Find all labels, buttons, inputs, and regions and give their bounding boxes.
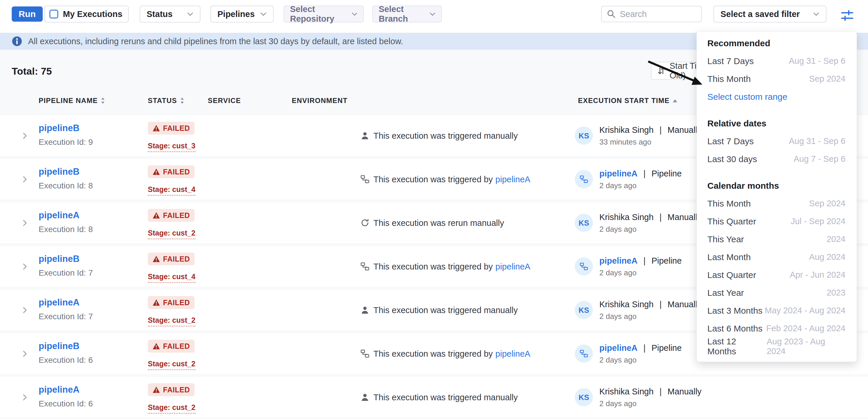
menu-item[interactable]: Last Year 2023 bbox=[707, 284, 845, 302]
pipeline-name-link[interactable]: pipelineA bbox=[39, 210, 80, 221]
trigger-info: This execution was triggered by pipeline… bbox=[361, 262, 530, 271]
warning-icon bbox=[152, 168, 160, 175]
expand-chevron-icon[interactable] bbox=[21, 263, 29, 270]
column-header-execution-start-time[interactable]: EXECUTION START TIME bbox=[578, 97, 678, 105]
menu-item[interactable]: Last 7 Days Aug 31 - Sep 6 bbox=[707, 52, 845, 70]
menu-item[interactable]: Last 3 Months May 2024 - Aug 2024 bbox=[707, 302, 845, 320]
failed-stage-link[interactable]: Stage: cust_3 bbox=[148, 141, 195, 152]
trigger-pipeline-link[interactable]: pipelineA bbox=[495, 262, 530, 271]
column-header-status[interactable]: STATUS bbox=[148, 97, 184, 105]
menu-item[interactable]: This Month Sep 2024 bbox=[707, 195, 845, 213]
trigger-info: This execution was triggered manually bbox=[361, 131, 518, 140]
pipeline-name-link[interactable]: pipelineB bbox=[39, 341, 80, 351]
failed-stage-link[interactable]: Stage: cust_2 bbox=[148, 360, 195, 370]
divider: | bbox=[641, 168, 648, 178]
select-repository-dropdown[interactable]: Select Repository bbox=[284, 6, 364, 23]
sort-both-icon[interactable] bbox=[180, 97, 184, 104]
failed-stage-link[interactable]: Stage: cust_2 bbox=[148, 229, 195, 239]
status-filter-dropdown[interactable]: Status bbox=[140, 6, 200, 23]
menu-item[interactable]: This Month Sep 2024 bbox=[707, 70, 845, 88]
menu-item-value: Aug 2023 - Aug 2024 bbox=[767, 337, 845, 356]
avatar: KS bbox=[575, 301, 593, 319]
menu-item-label: Last Year bbox=[707, 288, 744, 298]
expand-chevron-icon[interactable] bbox=[21, 393, 29, 401]
trigger-text: This execution was triggered manually bbox=[373, 131, 518, 140]
menu-item-label: This Month bbox=[707, 199, 751, 208]
chevron-down-icon bbox=[813, 12, 819, 16]
menu-item-value: Aug 7 - Sep 6 bbox=[794, 154, 845, 164]
trigger-info: This execution was triggered by pipeline… bbox=[361, 174, 530, 184]
menu-item-value: Aug 2024 bbox=[809, 252, 845, 262]
menu-section-header: Relative dates bbox=[707, 115, 845, 132]
search-input[interactable]: Search bbox=[601, 6, 702, 22]
execution-start-cell: KS Krishika Singh | Manually 2 days ago bbox=[575, 299, 702, 321]
execution-start-cell: KS Krishika Singh | Manually 2 days ago bbox=[575, 212, 702, 233]
warning-icon bbox=[152, 386, 160, 393]
warning-icon bbox=[152, 343, 160, 350]
status-badge: FAILED bbox=[148, 253, 195, 265]
pipeline-name-link[interactable]: pipelineA bbox=[39, 384, 80, 395]
select-custom-range-link[interactable]: Select custom range bbox=[707, 88, 845, 106]
expand-chevron-icon[interactable] bbox=[21, 175, 29, 183]
my-executions-toggle[interactable]: My Executions bbox=[44, 6, 129, 23]
column-header-pipeline-name[interactable]: PIPELINE NAME bbox=[39, 97, 105, 105]
table-row[interactable]: pipelineA Execution Id: 6 FAILED Stage: … bbox=[0, 377, 868, 418]
status-filter-label: Status bbox=[147, 9, 173, 19]
filter-settings-button[interactable] bbox=[840, 9, 854, 22]
search-placeholder: Search bbox=[620, 9, 647, 19]
sort-ascending-icon[interactable] bbox=[673, 99, 678, 103]
expand-chevron-icon[interactable] bbox=[21, 307, 29, 314]
menu-item-value: 2023 bbox=[827, 288, 845, 297]
pipeline-name-link[interactable]: pipelineB bbox=[39, 254, 80, 264]
menu-item[interactable]: Last Quarter Apr - Jun 2024 bbox=[707, 266, 845, 284]
sort-both-icon[interactable] bbox=[101, 97, 105, 104]
menu-item-label: Last Quarter bbox=[707, 270, 756, 280]
expand-chevron-icon[interactable] bbox=[21, 350, 29, 358]
execution-id: Execution Id: 7 bbox=[39, 268, 93, 278]
execution-start-cell: pipelineA | Pipeline 2 days ago bbox=[575, 256, 682, 277]
menu-item[interactable]: Last 7 Days Aug 31 - Sep 6 bbox=[707, 132, 845, 150]
trigger-pipeline-link[interactable]: pipelineA bbox=[495, 349, 530, 358]
trigger-pipeline-link[interactable]: pipelineA bbox=[495, 174, 530, 184]
pipelines-filter-dropdown[interactable]: Pipelines bbox=[210, 6, 274, 23]
actor-role: Pipeline bbox=[651, 343, 682, 352]
actor-name[interactable]: pipelineA bbox=[599, 343, 638, 352]
menu-item[interactable]: This Quarter Jul - Sep 2024 bbox=[707, 213, 845, 230]
trigger-text: This execution was triggered by bbox=[373, 262, 493, 271]
my-executions-checkbox[interactable] bbox=[50, 10, 58, 19]
pipeline-name-link[interactable]: pipelineB bbox=[39, 166, 80, 177]
menu-item-label: Last 7 Days bbox=[707, 136, 753, 146]
expand-chevron-icon[interactable] bbox=[21, 132, 29, 139]
pipeline-trigger-icon bbox=[361, 262, 369, 271]
failed-stage-link[interactable]: Stage: cust_2 bbox=[148, 316, 195, 326]
menu-item[interactable]: Last 6 Months Feb 2024 - Aug 2024 bbox=[707, 320, 845, 337]
execution-id: Execution Id: 6 bbox=[39, 355, 93, 365]
run-button[interactable]: Run bbox=[12, 6, 43, 22]
execution-time: 2 days ago bbox=[599, 268, 682, 277]
info-icon bbox=[12, 36, 22, 46]
info-banner-text: All executions, including reruns and chi… bbox=[28, 37, 403, 46]
pipeline-name-link[interactable]: pipelineB bbox=[39, 123, 80, 133]
actor-name[interactable]: pipelineA bbox=[599, 256, 638, 265]
execution-time: 2 days ago bbox=[599, 399, 702, 408]
saved-filter-dropdown[interactable]: Select a saved filter bbox=[713, 6, 827, 23]
divider: | bbox=[657, 125, 664, 134]
menu-item-label: Last 12 Months bbox=[707, 336, 767, 356]
menu-item[interactable]: This Year 2024 bbox=[707, 230, 845, 248]
divider: | bbox=[657, 299, 664, 309]
menu-item[interactable]: Last 12 Months Aug 2023 - Aug 2024 bbox=[707, 337, 845, 355]
menu-item-value: Feb 2024 - Aug 2024 bbox=[766, 324, 845, 333]
failed-stage-link[interactable]: Stage: cust_2 bbox=[148, 403, 195, 414]
execution-id: Execution Id: 7 bbox=[39, 312, 93, 321]
total-count: Total: 75 bbox=[12, 66, 52, 77]
failed-stage-link[interactable]: Stage: cust_4 bbox=[148, 185, 195, 196]
menu-item[interactable]: Last Month Aug 2024 bbox=[707, 248, 845, 266]
pipeline-name-link[interactable]: pipelineA bbox=[39, 297, 80, 308]
failed-stage-link[interactable]: Stage: cust_4 bbox=[148, 272, 195, 283]
actor-name[interactable]: pipelineA bbox=[599, 168, 638, 178]
select-branch-dropdown[interactable]: Select Branch bbox=[372, 6, 442, 23]
divider: | bbox=[641, 256, 648, 265]
avatar bbox=[575, 345, 593, 363]
expand-chevron-icon[interactable] bbox=[21, 219, 29, 227]
menu-item[interactable]: Last 30 days Aug 7 - Sep 6 bbox=[707, 150, 845, 168]
